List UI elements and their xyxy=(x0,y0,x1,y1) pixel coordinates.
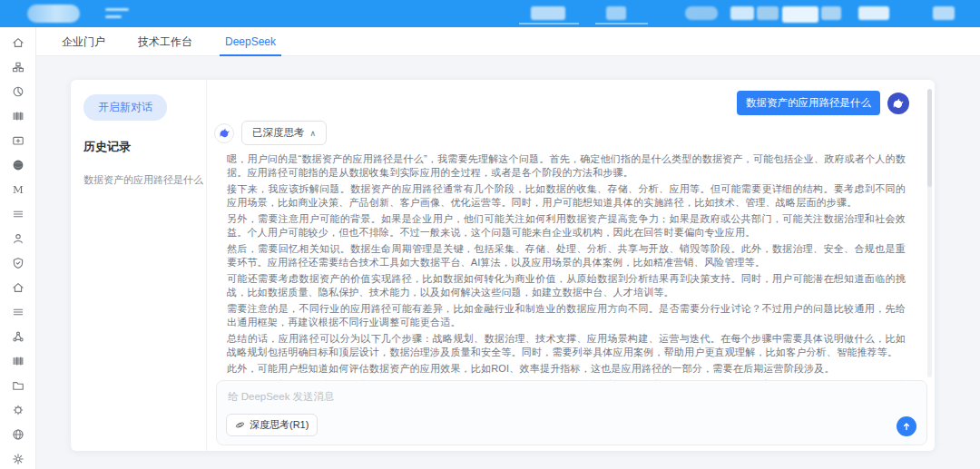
chat-card: 开启新对话 历史记录 数据资产的应用路径是什么 数据资产的应用路径是什么 xyxy=(71,80,935,451)
thought-toggle-label: 已深度思考 xyxy=(252,126,305,140)
home-alt-icon[interactable] xyxy=(11,280,25,295)
topbar-menu-item[interactable] xyxy=(821,6,841,20)
deepthink-r1-button[interactable]: 深度思考(R1) xyxy=(226,414,318,436)
deepthink-icon xyxy=(235,420,245,430)
barcode-alt-icon[interactable] xyxy=(11,354,25,368)
thought-paragraph: 嗯，用户问的是“数据资产的应用路径是什么”，我需要先理解这个问题。首先，确定他们… xyxy=(227,152,906,180)
arrow-up-icon xyxy=(900,420,913,433)
thought-paragraph: 需要注意的是，不同行业的应用路径可能有差异，比如金融行业和制造业的数据应用方向不… xyxy=(227,302,906,329)
topbar-menu-item[interactable] xyxy=(933,6,955,20)
letter-m-icon[interactable]: M xyxy=(11,182,25,197)
whale-logo-icon xyxy=(218,126,231,140)
user-icon[interactable] xyxy=(11,231,25,246)
deepseek-avatar xyxy=(214,123,234,143)
thought-paragraph: 然后，需要回忆相关知识。数据生命周期管理是关键，包括采集、存储、处理、分析、共享… xyxy=(227,242,906,269)
topbar-menu-item[interactable] xyxy=(531,6,565,20)
card-plus-icon[interactable] xyxy=(11,133,25,148)
home-icon[interactable] xyxy=(11,35,25,50)
sitemap-icon[interactable] xyxy=(11,329,25,344)
topbar-menu-item[interactable] xyxy=(606,6,626,20)
folder-icon[interactable] xyxy=(11,378,25,393)
topbar-menu-item[interactable] xyxy=(685,6,718,20)
topbar-menu-item[interactable] xyxy=(757,6,779,20)
shield-icon[interactable] xyxy=(11,256,25,270)
thought-paragraph: 总结的话，应用路径可以分为以下几个步骤：战略规划、数据治理、技术支撑、应用场景构… xyxy=(227,332,906,359)
topbar-menu-item[interactable] xyxy=(782,6,818,23)
history-item[interactable]: 数据资产的应用路径是什么 xyxy=(83,173,193,187)
topbar-menu-toggle-icon[interactable] xyxy=(105,8,129,23)
content-area: 开启新对话 历史记录 数据资产的应用路径是什么 数据资产的应用路径是什么 xyxy=(36,56,980,469)
topbar xyxy=(0,0,980,27)
chat-panel: 数据资产的应用路径是什么 已深度思考 ∧ xyxy=(207,80,935,451)
ai-message-row: 已深度思考 ∧ xyxy=(214,121,922,145)
thought-content: 嗯，用户问的是“数据资产的应用路径是什么”，我需要先理解这个问题。首先，确定他们… xyxy=(227,152,920,386)
thought-paragraph: 另外，需要注意用户可能的背景。如果是企业用户，他们可能关注如何利用数据资产提高竞… xyxy=(227,212,906,239)
thought-paragraph: 接下来，我应该拆解问题。数据资产的应用路径通常有几个阶段，比如数据的收集、存储、… xyxy=(227,182,906,210)
chat-scrollbar-thumb[interactable] xyxy=(927,89,932,187)
history-title: 历史记录 xyxy=(83,139,193,155)
layers-icon[interactable] xyxy=(11,305,25,319)
svg-text:M: M xyxy=(13,183,24,196)
barcode-icon[interactable] xyxy=(11,109,25,123)
globe-dark-icon[interactable] xyxy=(11,158,25,172)
icon-sidebar: M xyxy=(0,27,36,469)
tab-tech-workbench[interactable]: 技术工作台 xyxy=(138,27,192,56)
tab-deepseek[interactable]: DeepSeek xyxy=(225,27,276,56)
tab-enterprise-portal[interactable]: 企业门户 xyxy=(62,27,105,56)
message-input[interactable]: 给 DeepSeek 发送消息 xyxy=(228,390,335,404)
thought-paragraph: 此外，可能用户想知道如何评估数据资产的应用效果，比如ROI、效率提升指标，这也是… xyxy=(227,362,906,376)
settings-icon[interactable] xyxy=(11,452,25,466)
topbar-nav xyxy=(508,0,980,27)
user-message-row: 数据资产的应用路径是什么 xyxy=(214,91,909,115)
whale-logo-icon xyxy=(891,96,906,111)
tabbar: 企业门户 技术工作台 DeepSeek xyxy=(36,27,980,56)
pie-chart-icon[interactable] xyxy=(11,84,25,99)
topbar-menu-item[interactable] xyxy=(858,6,889,20)
topbar-menu-item[interactable] xyxy=(730,6,754,20)
new-chat-button[interactable]: 开启新对话 xyxy=(83,94,167,121)
list-icon[interactable] xyxy=(11,207,25,221)
history-panel: 开启新对话 历史记录 数据资产的应用路径是什么 xyxy=(71,80,207,451)
message-composer: 给 DeepSeek 发送消息 深度思考(R1) xyxy=(216,380,927,445)
user-avatar xyxy=(887,93,909,114)
workbench-icon[interactable] xyxy=(11,60,25,74)
chevron-up-icon: ∧ xyxy=(310,129,317,138)
deepthink-label: 深度思考(R1) xyxy=(250,418,309,432)
thought-toggle-button[interactable]: 已深度思考 ∧ xyxy=(241,121,327,145)
globe-icon[interactable] xyxy=(11,427,25,442)
send-button[interactable] xyxy=(897,416,916,436)
badge-icon[interactable] xyxy=(11,403,25,417)
thought-paragraph: 可能还需要考虑数据资产的价值实现路径，比如数据如何转化为商业价值，从原始数据到分… xyxy=(227,272,906,299)
user-message-bubble: 数据资产的应用路径是什么 xyxy=(737,91,880,115)
app-logo xyxy=(27,5,80,23)
